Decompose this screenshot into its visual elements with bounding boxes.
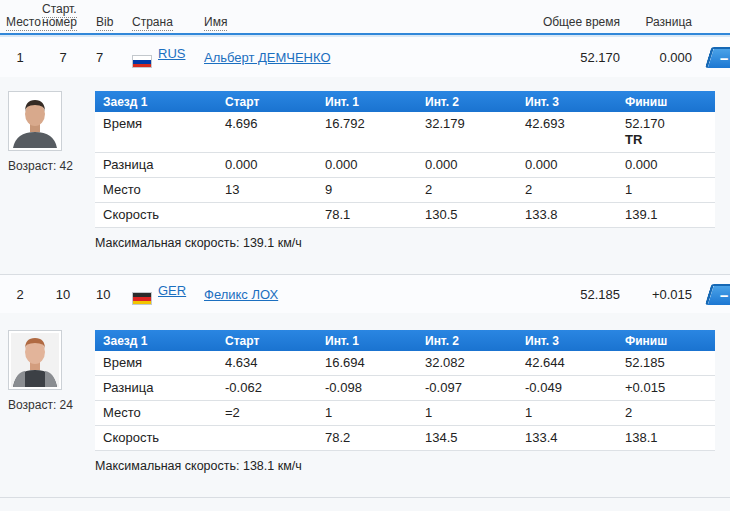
header-name: Имя (204, 16, 520, 29)
place-cell: 2 (0, 287, 40, 302)
athlete-photo (8, 91, 62, 151)
cell: 133.4 (517, 426, 617, 451)
run-split-table: Заезд 1 Старт Инт. 1 Инт. 2 Инт. 3 Финиш… (95, 91, 715, 228)
total-time-cell: 52.185 (520, 287, 620, 302)
cell: 130.5 (417, 203, 517, 228)
cell: 1 (617, 178, 715, 203)
athlete-name-link[interactable]: Феликс ЛОХ (204, 287, 278, 302)
table-row-diff: Разница 0.000 0.000 0.000 0.000 0.000 (95, 153, 715, 178)
col-start: Старт (217, 330, 317, 351)
cell: 2 (517, 178, 617, 203)
cell: 78.1 (317, 203, 417, 228)
country-cell: GER (130, 283, 204, 305)
col-int2: Инт. 2 (417, 91, 517, 112)
diff-cell: +0.015 (620, 287, 692, 302)
bib-cell: 7 (86, 50, 130, 65)
col-int2: Инт. 2 (417, 330, 517, 351)
run-label: Заезд 1 (95, 330, 217, 351)
country-link[interactable]: RUS (158, 46, 185, 61)
run-label: Заезд 1 (95, 91, 217, 112)
cell-finish: 52.170TR (617, 112, 715, 153)
header-diff: Разница (620, 16, 692, 29)
cell: 0.000 (217, 153, 317, 178)
cell: +0.015 (617, 376, 715, 401)
country-cell: RUS (130, 46, 204, 68)
row-label: Время (95, 351, 217, 376)
country-link[interactable]: GER (158, 283, 186, 298)
run-detail-panel: Возраст: 42 Заезд 1 Старт Инт. 1 Инт. 2 (0, 91, 730, 250)
athlete-name-link[interactable]: Альберт ДЕМЧЕНКО (204, 50, 331, 65)
cell: 138.1 (617, 426, 715, 451)
run-table-header-row: Заезд 1 Старт Инт. 1 Инт. 2 Инт. 3 Финиш (95, 91, 715, 112)
header-start-number: Старт. номер (40, 3, 86, 29)
cell-finish: 52.185 (617, 351, 715, 376)
athlete-photo (8, 330, 62, 390)
cell: 139.1 (617, 203, 715, 228)
name-cell: Феликс ЛОХ (204, 287, 520, 302)
results-page: Место Старт. номер Bib Страна Имя Общее … (0, 0, 730, 511)
athlete-section-2: 2 10 10 GER Феликс ЛОХ 52.185 +0.015 − (0, 275, 730, 473)
cell: -0.062 (217, 376, 317, 401)
flag-rus-icon (132, 55, 152, 68)
header-place: Место (0, 16, 40, 29)
table-row-speed: Скорость 78.1 130.5 133.8 139.1 (95, 203, 715, 228)
run-detail-content: Заезд 1 Старт Инт. 1 Инт. 2 Инт. 3 Финиш… (95, 91, 715, 250)
table-row-speed: Скорость 78.2 134.5 133.4 138.1 (95, 426, 715, 451)
row-label: Место (95, 401, 217, 426)
row-label: Время (95, 112, 217, 153)
cell: 4.696 (217, 112, 317, 153)
cell: 2 (417, 178, 517, 203)
col-finish: Финиш (617, 330, 715, 351)
cell: 2 (617, 401, 715, 426)
sort-place[interactable]: Место (6, 15, 41, 31)
total-time-cell: 52.170 (520, 50, 620, 65)
cell: -0.097 (417, 376, 517, 401)
collapse-button[interactable]: − (705, 47, 730, 68)
sort-country[interactable]: Страна (132, 15, 173, 31)
cell: 78.2 (317, 426, 417, 451)
cell: 42.644 (517, 351, 617, 376)
col-int1: Инт. 1 (317, 91, 417, 112)
header-bib: Bib (86, 16, 130, 29)
cell: 0.000 (617, 153, 715, 178)
sort-name[interactable]: Имя (204, 15, 227, 31)
cell: 9 (317, 178, 417, 203)
table-row-place: Место =2 1 1 1 2 (95, 401, 715, 426)
cell: =2 (217, 401, 317, 426)
cell: 134.5 (417, 426, 517, 451)
table-row-place: Место 13 9 2 2 1 (95, 178, 715, 203)
athlete-side-panel: Возраст: 42 (8, 91, 95, 250)
cell: 0.000 (517, 153, 617, 178)
cell: 32.179 (417, 112, 517, 153)
cell: 42.693 (517, 112, 617, 153)
place-cell: 1 (0, 50, 40, 65)
minus-icon: − (720, 288, 729, 303)
col-start: Старт (217, 91, 317, 112)
flag-ger-icon (132, 292, 152, 305)
diff-cell: 0.000 (620, 50, 692, 65)
table-row-diff: Разница -0.062 -0.098 -0.097 -0.049 +0.0… (95, 376, 715, 401)
cell: 1 (317, 401, 417, 426)
result-row: 2 10 10 GER Феликс ЛОХ 52.185 +0.015 − (0, 275, 730, 313)
results-list-header: Место Старт. номер Bib Страна Имя Общее … (0, 0, 730, 33)
result-row: 1 7 7 RUS Альберт ДЕМЧЕНКО 52.170 0.000 … (0, 37, 730, 77)
collapse-button[interactable]: − (705, 284, 730, 305)
cell: 32.082 (417, 351, 517, 376)
track-record-note: TR (625, 132, 715, 148)
finish-time: 52.185 (625, 355, 665, 370)
cell: 133.8 (517, 203, 617, 228)
sort-bib[interactable]: Bib (96, 15, 113, 31)
run-table-header-row: Заезд 1 Старт Инт. 1 Инт. 2 Инт. 3 Финиш (95, 330, 715, 351)
bottom-divider (0, 497, 730, 498)
row-label: Разница (95, 376, 217, 401)
sort-start-number[interactable]: Старт. номер (42, 2, 77, 31)
cell: 0.000 (317, 153, 417, 178)
button-cell: − (692, 284, 730, 305)
max-speed-label: Максимальная скорость: 138.1 км/ч (95, 459, 715, 473)
bib-cell: 10 (86, 287, 130, 302)
run-detail-panel: Возраст: 24 Заезд 1 Старт Инт. 1 Инт. 2 (0, 330, 730, 473)
cell: -0.049 (517, 376, 617, 401)
athlete-side-panel: Возраст: 24 (8, 330, 95, 473)
table-row-time: Время 4.634 16.694 32.082 42.644 52.185 (95, 351, 715, 376)
cell: 4.634 (217, 351, 317, 376)
